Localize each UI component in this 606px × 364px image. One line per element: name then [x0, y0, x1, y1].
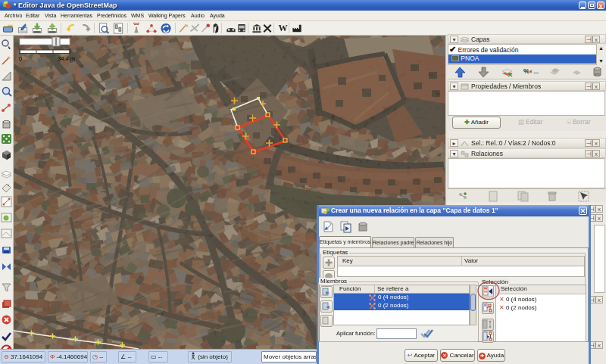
svg-text:0: 0: [19, 55, 22, 62]
svg-text:34.4 m: 34.4 m: [58, 55, 75, 62]
svg-text:W: W: [278, 23, 287, 33]
